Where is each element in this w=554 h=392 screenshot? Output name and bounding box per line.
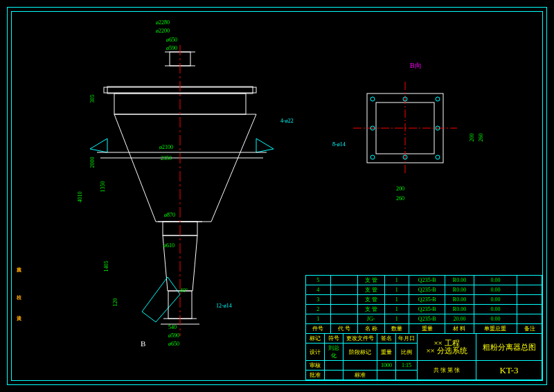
title-block: 5支 管1Q235-BR0.000.00 4支 管1Q235-BR0.000.0… <box>305 275 542 380</box>
dim-d540: 540 <box>168 324 177 330</box>
aux-view <box>346 76 478 194</box>
aux-note: 8-ø14 <box>332 141 346 148</box>
svg-point-20 <box>436 97 440 101</box>
note-4d22: 4-ø22 <box>280 118 294 124</box>
dim-d2280: ø2280 <box>156 19 170 26</box>
main-view <box>76 21 284 353</box>
dim-h1350: 1350 <box>100 181 106 193</box>
arrow-b: B <box>141 339 145 348</box>
title-table: 标记符号更改文件号签名年月日 ×× 工程×× 分选系统 粗粉分离器总图 设计刘总… <box>305 333 542 380</box>
aux-h200: 200 <box>469 134 475 142</box>
dim-d2350: 2350 <box>161 155 172 161</box>
dim-d650b: ø650 <box>168 341 179 347</box>
view-label-b: B向 <box>410 61 422 71</box>
aux-w260: 260 <box>396 195 404 202</box>
svg-point-18 <box>370 97 375 101</box>
aux-w200: 200 <box>396 186 404 192</box>
svg-point-21 <box>370 155 375 159</box>
dim-h4010: 4010 <box>77 192 83 203</box>
dim-h1405: 1405 <box>103 261 109 272</box>
dim-ang: 40° <box>180 287 188 294</box>
dim-d870: ø870 <box>164 212 175 218</box>
note-12d14: 12-ø14 <box>216 303 232 309</box>
dim-d2100: ø2100 <box>159 144 173 150</box>
dim-d2200: ø2200 <box>156 28 170 34</box>
dim-d610: ø610 <box>163 242 175 249</box>
dim-h120: 120 <box>112 299 118 307</box>
bom-table: 5支 管1Q235-BR0.000.00 4支 管1Q235-BR0.000.0… <box>305 275 542 334</box>
dim-h2000: 2000 <box>89 157 96 168</box>
aux-h260: 260 <box>478 134 484 142</box>
dim-h305: 305 <box>89 95 96 103</box>
dim-d590b: ø590 <box>168 332 179 339</box>
dim-d650t: ø650 <box>166 37 177 43</box>
cad-drawing-page: ø2280 ø2200 ø650 ø590 305 2000 4010 1350… <box>0 0 554 392</box>
svg-point-23 <box>436 155 440 159</box>
dim-d590t: ø590 <box>166 45 177 51</box>
